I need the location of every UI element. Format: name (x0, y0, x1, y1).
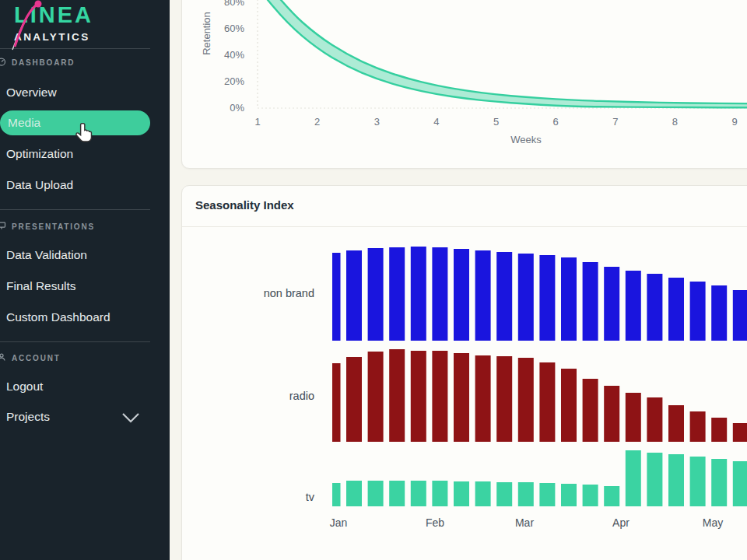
sidebar-divider (0, 209, 150, 210)
retention-band (258, 0, 747, 107)
bar-tv (561, 484, 577, 506)
x-tick-label: 9 (731, 116, 737, 128)
bar-tv (454, 481, 469, 506)
bar-radio (432, 351, 447, 442)
bar-tv (604, 486, 619, 506)
bar-non-brand (432, 247, 447, 341)
hand-pointer-cursor (73, 122, 94, 146)
section-label: DASHBOARD (12, 58, 75, 67)
bar-radio (626, 393, 641, 442)
x-tick-label: 4 (433, 116, 439, 128)
bar-non-brand (475, 250, 491, 341)
bar-non-brand (454, 249, 469, 341)
sidebar-item-projects[interactable]: Projects (6, 410, 50, 424)
retention-chart-card: 0%20%40%60%80%123456789WeeksRetention (181, 0, 747, 169)
bar-non-brand (539, 255, 555, 341)
bar-radio (411, 351, 426, 442)
seasonality-bar-chart: non brandradiotvJanFebMarAprMay (182, 186, 747, 560)
bar-radio (539, 362, 555, 442)
row-label-non-brand: non brand (264, 287, 314, 299)
sidebar-item-optimization[interactable]: Optimization (6, 147, 73, 161)
app-logo[interactable]: LINEA ANALYTICS (0, 0, 170, 47)
sidebar: LINEA ANALYTICS DASHBOARD Overview Media… (0, 0, 170, 560)
sidebar-item-label: Media (8, 110, 40, 135)
bar-non-brand (668, 278, 684, 341)
retention-area-chart: 0%20%40%60%80%123456789WeeksRetention (182, 0, 747, 168)
bar-non-brand (346, 250, 362, 341)
sidebar-item-data-validation[interactable]: Data Validation (6, 248, 87, 262)
bar-tv (539, 483, 555, 506)
bar-non-brand (496, 252, 512, 341)
sidebar-item-final-results[interactable]: Final Results (6, 279, 76, 293)
app-screen: LINEA ANALYTICS DASHBOARD Overview Media… (0, 0, 747, 560)
bar-tv (626, 450, 641, 506)
x-tick-label: 1 (254, 116, 260, 128)
sidebar-item-data-upload[interactable]: Data Upload (6, 178, 73, 192)
bar-tv (432, 481, 447, 506)
month-label: Mar (515, 516, 534, 529)
logo-trendline-icon (8, 0, 56, 53)
bar-non-brand (389, 247, 405, 341)
bar-tv (647, 453, 662, 506)
bar-tv (583, 485, 598, 506)
month-label: May (703, 516, 723, 529)
x-tick-label: 6 (553, 116, 559, 128)
bar-radio (668, 405, 684, 442)
month-label: Apr (612, 516, 630, 529)
y-tick-label: 80% (224, 0, 244, 8)
bar-radio (389, 349, 405, 442)
bar-non-brand (561, 257, 577, 341)
bar-non-brand (518, 254, 534, 341)
bar-tv (668, 454, 684, 506)
y-tick-label: 40% (224, 49, 244, 61)
bar-tv (690, 457, 706, 506)
x-axis-title: Weeks (510, 134, 542, 145)
seasonality-chart-card: Seasonality Index non brandradiotvJanFeb… (181, 185, 747, 560)
y-axis-title: Retention (201, 12, 212, 55)
bar-radio (368, 352, 384, 442)
bar-non-brand (733, 290, 747, 341)
section-label: PRESENTATIONS (12, 222, 95, 231)
month-label: Feb (426, 516, 444, 529)
x-tick-label: 5 (493, 116, 499, 128)
chevron-down-icon[interactable] (121, 411, 141, 424)
bar-tv (733, 461, 747, 506)
month-label: Jan (330, 516, 348, 529)
bar-non-brand (626, 271, 641, 341)
bar-non-brand (647, 274, 662, 341)
bar-radio (561, 369, 577, 442)
sidebar-divider (0, 341, 150, 342)
sidebar-divider (0, 48, 150, 49)
row-label-tv: tv (306, 491, 315, 503)
bar-non-brand (368, 248, 384, 341)
bar-radio (496, 356, 512, 442)
y-tick-label: 20% (224, 75, 244, 87)
x-tick-label: 2 (314, 116, 320, 128)
bar-tv (475, 481, 491, 506)
gauge-icon (0, 57, 6, 66)
sidebar-item-overview[interactable]: Overview (6, 86, 57, 100)
section-label: ACCOUNT (12, 354, 61, 362)
bar-tv (496, 482, 512, 506)
sidebar-item-logout[interactable]: Logout (6, 380, 43, 394)
bar-radio (454, 353, 469, 442)
presentation-icon (0, 221, 6, 230)
bar-tv (332, 483, 341, 506)
row-label-radio: radio (289, 390, 314, 402)
bar-radio (647, 397, 662, 442)
x-tick-label: 8 (672, 116, 678, 128)
bar-radio (690, 411, 706, 442)
bar-tv (346, 481, 362, 506)
y-tick-label: 0% (230, 102, 244, 114)
bar-non-brand (690, 282, 706, 341)
x-tick-label: 7 (612, 116, 618, 128)
bar-radio (733, 423, 747, 442)
bar-tv (389, 481, 405, 506)
user-icon (0, 352, 6, 362)
bar-radio (346, 357, 362, 442)
sidebar-item-custom-dashboard[interactable]: Custom Dashboard (6, 310, 110, 324)
bar-non-brand (711, 285, 727, 341)
bar-radio (332, 363, 341, 442)
bar-non-brand (583, 262, 598, 341)
bar-radio (475, 355, 491, 442)
